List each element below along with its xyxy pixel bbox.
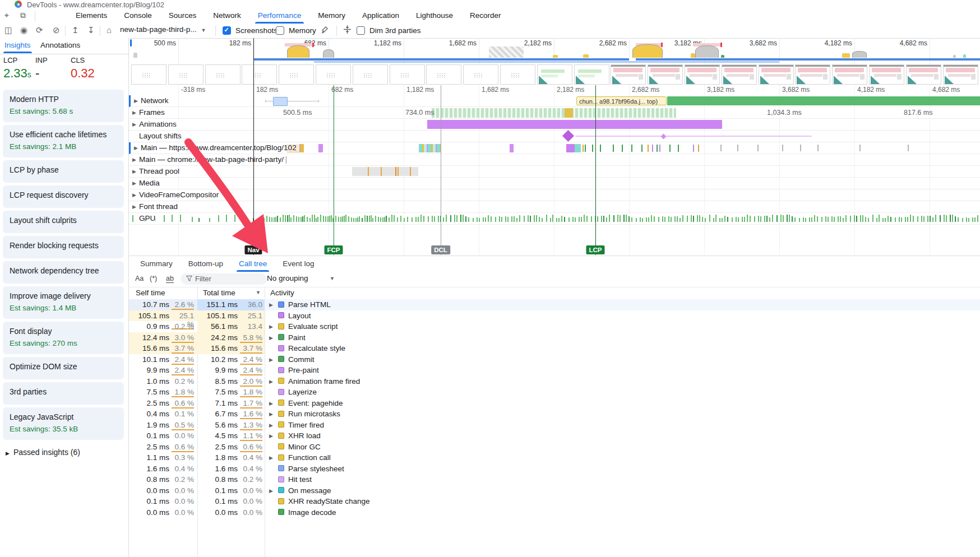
track-event-tick[interactable]	[782, 145, 783, 151]
filmstrip-thumbnail[interactable]	[685, 64, 720, 85]
table-row[interactable]: 105.1 ms25.1 %105.1 ms25.1 %Layout	[129, 310, 980, 322]
whole-word-icon[interactable]: ab	[166, 275, 174, 283]
track-row-animations[interactable]: ▶Animations	[129, 119, 980, 131]
track-row-gpu[interactable]: GPU	[129, 213, 980, 225]
track-row-videoframecompositor[interactable]: ▶VideoFrameCompositor	[129, 189, 980, 201]
triangle-right-icon[interactable]: ▶	[269, 357, 273, 363]
triangle-right-icon[interactable]: ▶	[134, 145, 138, 151]
table-row[interactable]: 15.6 ms3.7 %15.6 ms3.7 %Recalculate styl…	[129, 343, 980, 354]
table-row[interactable]: 0.8 ms0.2 %0.8 ms0.2 %Hit test	[129, 474, 980, 485]
bottom-tab-bottom-up[interactable]: Bottom-up	[181, 256, 231, 272]
track-event-bar[interactable]	[566, 144, 575, 152]
table-row[interactable]: 1.9 ms0.5 %5.6 ms1.3 %▶Timer fired	[129, 420, 980, 431]
track-event-tick[interactable]	[757, 145, 759, 151]
track-event-tick[interactable]	[737, 145, 738, 151]
filmstrip-thumbnail[interactable]	[205, 64, 241, 85]
header-total-time[interactable]: Total time	[203, 289, 235, 297]
track-event-tick[interactable]	[622, 145, 623, 152]
track-event-bar[interactable]	[565, 108, 573, 118]
filmstrip-thumbnail[interactable]	[759, 64, 794, 85]
track-event-tick[interactable]	[641, 145, 642, 152]
triangle-right-icon[interactable]: ▶	[269, 335, 273, 341]
filmstrip-thumbnail[interactable]	[648, 64, 683, 85]
triangle-right-icon[interactable]: ▶	[269, 324, 273, 329]
filmstrip-thumbnail[interactable]	[500, 64, 535, 85]
regex-icon[interactable]: (*)	[150, 275, 157, 282]
track-event-tick[interactable]	[592, 145, 593, 152]
track-event-tick[interactable]	[410, 167, 411, 176]
layout-shift-diamond[interactable]	[562, 130, 574, 142]
track-event-tick[interactable]	[800, 145, 801, 151]
track-event-bar[interactable]	[667, 96, 980, 105]
track-event-tick[interactable]	[368, 167, 369, 176]
track-row-frames[interactable]: 500.5 ms734.0 ms1,034.3 ms817.6 ms▶Frame…	[129, 107, 980, 119]
table-row[interactable]: 7.5 ms1.8 %7.5 ms1.8 %Layerize	[129, 387, 980, 398]
header-self-time[interactable]: Self time	[136, 289, 165, 297]
track-event-tick[interactable]	[859, 145, 861, 151]
track-row-layout[interactable]: Layout shifts	[129, 131, 980, 142]
track-event-tick[interactable]	[693, 145, 694, 152]
table-row[interactable]: 0.9 ms0.2 %56.1 ms13.4 %▶Evaluate script	[129, 321, 980, 332]
track-event-tick[interactable]	[669, 145, 671, 152]
triangle-right-icon[interactable]: ▶	[132, 180, 136, 186]
grouping-select[interactable]: No grouping	[267, 274, 308, 282]
filmstrip-thumbnail[interactable]	[906, 64, 941, 85]
track-event-bar[interactable]	[273, 97, 288, 106]
filmstrip-thumbnail[interactable]	[722, 64, 757, 85]
track-event-tick[interactable]	[678, 145, 679, 152]
filmstrip-thumbnail[interactable]	[131, 64, 167, 85]
layout-shift-diamond[interactable]	[661, 134, 667, 140]
track-row-main[interactable]: ▶Main — https://www.dreamcenter.top/Blog…	[129, 142, 980, 154]
filmstrip-thumbnail[interactable]	[279, 64, 314, 85]
triangle-right-icon[interactable]: ▶	[269, 455, 273, 461]
timeline-scroll-mark[interactable]	[130, 39, 132, 47]
filter-input[interactable]: Filter	[181, 273, 267, 285]
track-event-tick[interactable]	[395, 167, 396, 176]
track-event-tick[interactable]	[613, 145, 614, 152]
table-row[interactable]: 10.7 ms2.6 %151.1 ms36.0 %▶Parse HTML	[129, 299, 980, 310]
bottom-tab-summary[interactable]: Summary	[132, 256, 181, 272]
track-row-thread[interactable]: ▶Thread pool	[129, 166, 980, 178]
track-event-bar[interactable]	[575, 136, 812, 137]
triangle-right-icon[interactable]: ▶	[269, 379, 273, 384]
filmstrip-thumbnail[interactable]	[168, 64, 204, 85]
track-event-bar[interactable]	[510, 144, 514, 152]
triangle-right-icon[interactable]: ▶	[269, 433, 273, 439]
marker-badge-fcp[interactable]: FCP	[325, 245, 343, 254]
triangle-right-icon[interactable]: ▶	[132, 122, 136, 127]
filmstrip-thumbnail[interactable]	[611, 64, 646, 85]
table-row[interactable]: 2.5 ms0.6 %2.5 ms0.6 %Minor GC	[129, 442, 980, 453]
track-event-tick[interactable]	[652, 145, 653, 152]
triangle-right-icon[interactable]: ▶	[269, 423, 273, 428]
chevron-down-icon[interactable]: ▼	[330, 276, 335, 281]
filmstrip-thumbnail[interactable]	[316, 64, 351, 85]
triangle-right-icon[interactable]: ▶	[269, 488, 273, 494]
filmstrip-thumbnail[interactable]	[390, 64, 425, 85]
filmstrip-thumbnail[interactable]	[242, 64, 277, 85]
track-event-tick[interactable]	[631, 145, 632, 152]
header-activity[interactable]: Activity	[270, 289, 294, 297]
filmstrip-thumbnail[interactable]	[426, 64, 461, 85]
track-event-tick[interactable]	[381, 167, 382, 176]
table-row[interactable]: 0.4 ms0.1 %6.7 ms1.6 %▶Run microtasks	[129, 409, 980, 420]
triangle-right-icon[interactable]: ▶	[132, 110, 136, 115]
track-event-tick[interactable]	[585, 145, 586, 152]
track-event-tick[interactable]	[657, 145, 658, 152]
bottom-tab-event-log[interactable]: Event log	[275, 256, 322, 272]
table-row[interactable]: 0.0 ms0.0 %0.0 ms0.0 %Image decode	[129, 507, 980, 518]
filmstrip-thumbnail[interactable]	[869, 64, 904, 85]
triangle-right-icon[interactable]: ▶	[269, 401, 273, 406]
track-row-main[interactable]: ▶Main — chrome://new-tab-page-third-part…	[129, 154, 980, 166]
filmstrip-thumbnail[interactable]	[795, 64, 830, 85]
track-row-font[interactable]: ▶Font thread	[129, 201, 980, 213]
match-case-icon[interactable]: Aa	[135, 275, 144, 282]
track-event-tick[interactable]	[720, 145, 722, 151]
triangle-right-icon[interactable]: ▶	[132, 192, 136, 198]
table-row[interactable]: 9.9 ms2.4 %9.9 ms2.4 %Pre-paint	[129, 365, 980, 376]
marker-badge-lcp[interactable]: LCP	[586, 245, 605, 254]
track-event-tick[interactable]	[817, 145, 819, 151]
track-event-bar[interactable]	[575, 144, 581, 152]
track-row-media[interactable]: ▶Media	[129, 178, 980, 189]
table-row[interactable]: 12.4 ms3.0 %24.2 ms5.8 %▶Paint	[129, 332, 980, 344]
track-event-tick[interactable]	[908, 145, 909, 151]
